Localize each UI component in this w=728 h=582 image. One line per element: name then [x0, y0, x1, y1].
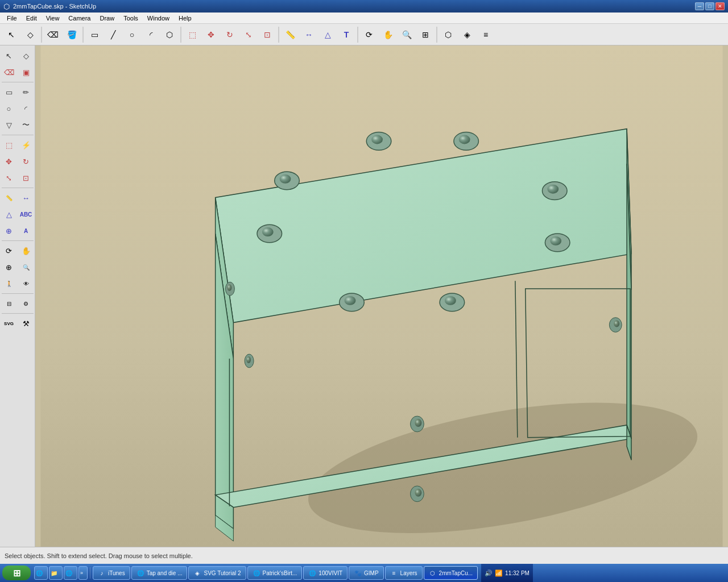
tool-offset[interactable]: ⊡ [258, 26, 276, 44]
sidebar-3dtext[interactable]: A [18, 223, 34, 239]
sidebar-freehand[interactable]: 〜 [18, 117, 34, 133]
svg-point-26 [550, 236, 561, 246]
tool-row-5: ▽ 〜 [1, 117, 34, 133]
sidebar-rotate[interactable]: ↻ [18, 153, 34, 169]
sidebar-axes[interactable]: ⊕ [1, 223, 17, 239]
tool-protractor[interactable]: △ [318, 26, 337, 44]
sidebar-advcam[interactable]: ⚙ [18, 296, 34, 311]
taskbar-itunes[interactable]: ♪ iTunes [93, 566, 130, 580]
menu-window[interactable]: Window [143, 14, 174, 23]
sidebar-eraser[interactable]: ⌫ [1, 64, 17, 80]
tool-circle[interactable]: ○ [123, 26, 141, 44]
gimp-label: GIMP [364, 570, 379, 576]
svg-point-32 [227, 284, 231, 291]
sidebar-zoom[interactable]: ⊕ [1, 259, 17, 275]
sidebar-pushpull[interactable]: ⬚ [1, 137, 17, 153]
tool-zoom-extents[interactable]: ⊞ [416, 26, 435, 44]
tool-layers[interactable]: ≡ [477, 26, 495, 44]
sidebar-tape[interactable]: 📏 [1, 190, 17, 206]
tool-zoom[interactable]: 🔍 [398, 26, 416, 44]
menu-camera[interactable]: Camera [64, 14, 95, 23]
sidebar-protractor[interactable]: △ [1, 206, 17, 222]
tool-select[interactable]: ↖ [2, 26, 20, 44]
menu-help[interactable]: Help [174, 14, 196, 23]
sidebar-followme[interactable]: ⚡ [18, 137, 34, 153]
layers-label: Layers [400, 570, 417, 576]
tool-text[interactable]: T [337, 26, 355, 44]
taskbar-gimp[interactable]: 🐾 GIMP [349, 566, 384, 580]
sidebar-svg[interactable]: SVG [1, 315, 17, 331]
sidebar-cone[interactable]: ▽ [1, 117, 17, 133]
tray-volume[interactable]: 🔊 [485, 569, 493, 577]
sidebar-offset[interactable]: ⊡ [18, 170, 34, 186]
tool-scale[interactable]: ⤡ [239, 26, 258, 44]
sidebar-moretools[interactable]: ⚒ [18, 315, 34, 331]
tool-dimension[interactable]: ↔ [300, 26, 318, 44]
tool-row-7: ✥ ↻ [1, 153, 34, 169]
taskbar-ie[interactable]: 🌐 [34, 566, 48, 580]
sidebar-scale[interactable]: ⤡ [1, 170, 17, 186]
taskbar-svg[interactable]: ◈ SVG Tutorial 2 [188, 566, 246, 580]
tool-styles[interactable]: ◈ [458, 26, 476, 44]
clock-time: 11:32 PM [505, 570, 530, 576]
sidebar-arc[interactable]: ◜ [18, 101, 34, 117]
menu-draw[interactable]: Draw [95, 14, 119, 23]
tool-paint[interactable]: 🪣 [63, 26, 81, 44]
tool-tape[interactable]: 📏 [281, 26, 299, 44]
tool-rectangle[interactable]: ▭ [85, 26, 104, 44]
menu-edit[interactable]: Edit [22, 14, 42, 23]
menu-file[interactable]: File [2, 14, 22, 23]
tool-view-iso[interactable]: ⬡ [439, 26, 457, 44]
sidebar-paint[interactable]: ▣ [18, 64, 34, 80]
taskbar-folder[interactable]: 📁 [49, 566, 63, 580]
sidebar-pencil[interactable]: ✏ [18, 84, 34, 100]
sidebar-move[interactable]: ✥ [1, 153, 17, 169]
taskbar-layers[interactable]: ≡ Layers [385, 566, 423, 580]
start-button[interactable]: ⊞ [2, 566, 31, 580]
sidebar-look[interactable]: 👁 [18, 276, 34, 292]
svg-icon: ◈ [193, 569, 201, 577]
sidebar-rect[interactable]: ▭ [1, 84, 17, 100]
sidebar-text[interactable]: ABC [18, 206, 34, 222]
sidebar-orbit[interactable]: ⟳ [1, 243, 17, 259]
sidebar-section[interactable]: ⊟ [1, 296, 17, 311]
taskbar-tapdie[interactable]: 🌐 Tap and die ... [131, 566, 188, 580]
tool-arc[interactable]: ◜ [142, 26, 160, 44]
menu-tools[interactable]: Tools [119, 14, 143, 23]
sidebar-select[interactable]: ↖ [1, 48, 17, 64]
tool-rotate[interactable]: ↻ [221, 26, 239, 44]
taskbar-patrick[interactable]: 🌐 Patrick'sBirt... [247, 566, 303, 580]
taskbar-ie2[interactable]: 🌐 [64, 566, 77, 580]
tool-row-8: ⤡ ⊡ [1, 170, 34, 186]
sidebar-circle[interactable]: ○ [1, 101, 17, 117]
viewport[interactable] [35, 45, 728, 547]
minimize-button[interactable]: ─ [695, 2, 704, 10]
tool-polygon[interactable]: ⬡ [160, 26, 179, 44]
start-icon: ⊞ [13, 568, 20, 579]
gimp-icon: 🐾 [354, 569, 362, 577]
close-button[interactable]: ✕ [715, 2, 725, 10]
sidebar-dim[interactable]: ↔ [18, 190, 34, 206]
sidebar-walk[interactable]: 🚶 [1, 276, 17, 292]
taskbar-100vivit[interactable]: 🌐 100VIVIT [303, 566, 348, 580]
tool-orbit[interactable]: ⟳ [360, 26, 378, 44]
svg-point-40 [614, 321, 619, 327]
left-sidebar: ↖ ◇ ⌫ ▣ ▭ ✏ ○ ◜ ▽ 〜 ⬚ ⚡ ✥ ↻ ⤡ [0, 45, 35, 547]
itunes-label: iTunes [108, 570, 125, 576]
tool-component[interactable]: ◇ [21, 26, 39, 44]
tray-network[interactable]: 📶 [495, 569, 503, 577]
sidebar-zoomwin[interactable]: 🔍 [18, 259, 34, 275]
tool-pan[interactable]: ✋ [379, 26, 397, 44]
tool-line[interactable]: ╱ [104, 26, 122, 44]
toolbar-sep-2 [82, 27, 84, 43]
sidebar-pan[interactable]: ✋ [18, 243, 34, 259]
title-area: ⬡ 2mmTapCube.skp - SketchUp [3, 2, 96, 11]
tool-eraser[interactable]: ⌫ [44, 26, 62, 44]
tool-pushpull[interactable]: ⬚ [183, 26, 201, 44]
taskbar-sketchup[interactable]: ⬡ 2mmTapCu... [424, 566, 478, 580]
taskbar-expand[interactable]: » [78, 566, 88, 580]
tool-move[interactable]: ✥ [202, 26, 220, 44]
menu-view[interactable]: View [42, 14, 64, 23]
maximize-button[interactable]: □ [705, 2, 714, 10]
sidebar-component[interactable]: ◇ [18, 48, 34, 64]
